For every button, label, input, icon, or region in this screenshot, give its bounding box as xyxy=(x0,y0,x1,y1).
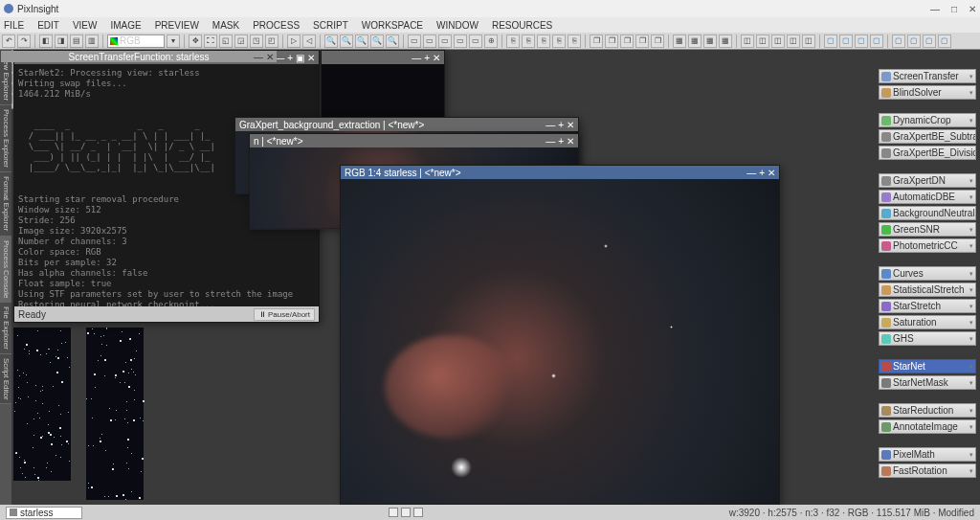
layout-button[interactable]: ▦ xyxy=(719,34,732,48)
process-icon[interactable]: Curves▾ xyxy=(879,266,976,281)
close-icon[interactable]: ✕ xyxy=(307,53,315,63)
dropdown-icon[interactable]: ▾ xyxy=(969,89,973,97)
select-button[interactable]: ▭ xyxy=(454,34,467,48)
close-icon[interactable]: ✕ xyxy=(433,53,440,63)
dropdown-icon[interactable]: ▾ xyxy=(969,379,973,387)
select-button[interactable]: ▭ xyxy=(423,34,436,48)
process-icon[interactable]: StarNetMask▾ xyxy=(879,375,976,390)
tool-button[interactable]: ◰ xyxy=(265,34,278,48)
win-button[interactable]: ❐ xyxy=(635,34,649,48)
undo-button[interactable]: ↶ xyxy=(2,34,15,48)
zoom-in-button[interactable]: 🔍 xyxy=(324,34,338,48)
process-icon[interactable]: GraXpertBE_Division▾ xyxy=(879,146,976,160)
stf-title-bar[interactable]: ScreenTransferFunction: starless —✕ xyxy=(1,51,277,62)
image-window-main[interactable]: RGB 1:4 starless | <*new*> —+✕ xyxy=(340,165,780,505)
status-icon[interactable] xyxy=(413,508,423,517)
dropdown-icon[interactable]: ▾ xyxy=(969,319,973,327)
script-button[interactable]: ⎘ xyxy=(552,34,566,48)
image-title-bar[interactable]: n | <*new*> —+✕ xyxy=(250,134,578,147)
screen-button[interactable]: ▢ xyxy=(923,34,936,48)
status-icon[interactable] xyxy=(389,508,398,517)
dropdown-icon[interactable]: ▾ xyxy=(969,177,973,185)
layout-button[interactable]: ▦ xyxy=(673,34,686,48)
minimize-icon[interactable]: — xyxy=(546,120,555,130)
flip-h-button[interactable]: ▷ xyxy=(287,34,301,48)
close-icon[interactable]: ✕ xyxy=(266,52,274,62)
image-title-bar[interactable]: GraXpert_background_extraction | <*new*>… xyxy=(235,118,578,131)
select-button[interactable]: ▭ xyxy=(408,34,421,48)
maximize-icon[interactable]: + xyxy=(287,53,293,63)
maximize-icon[interactable]: + xyxy=(759,168,765,178)
script-button[interactable]: ⎘ xyxy=(537,34,550,48)
maximize-button[interactable]: □ xyxy=(951,4,957,14)
flip-v-button[interactable]: ◁ xyxy=(302,34,316,48)
process-icon[interactable]: FastRotation▾ xyxy=(879,463,976,478)
screen-button[interactable]: ▢ xyxy=(892,34,905,48)
image-title-bar[interactable]: RGB 1:4 starless | <*new*> —+✕ xyxy=(341,166,779,179)
dropdown-icon[interactable]: ▾ xyxy=(969,193,973,201)
process-icon[interactable]: AnnotateImage▾ xyxy=(879,419,976,434)
layout-button[interactable]: ◫ xyxy=(771,34,785,48)
minimize-icon[interactable]: — xyxy=(254,52,263,62)
view-selector[interactable]: starless xyxy=(6,507,82,519)
win-button[interactable]: ❐ xyxy=(620,34,634,48)
minimize-icon[interactable]: — xyxy=(412,53,421,63)
dropdown-icon[interactable]: ▾ xyxy=(969,73,973,80)
zoom-button[interactable]: 🔍 xyxy=(355,34,368,48)
minimize-icon[interactable]: — xyxy=(546,136,555,147)
screen-button[interactable]: ▢ xyxy=(855,34,868,48)
menu-item[interactable]: FILE xyxy=(4,20,24,31)
process-icon[interactable]: StarNet▾ xyxy=(879,359,976,373)
tool-button[interactable]: ▥ xyxy=(85,34,99,48)
process-icon[interactable]: StarStretch▾ xyxy=(879,299,976,313)
menu-item[interactable]: VIEW xyxy=(73,20,98,31)
menu-item[interactable]: RESOURCES xyxy=(492,20,552,31)
dropdown-icon[interactable]: ▾ xyxy=(969,451,973,459)
process-icon[interactable]: GraXpertBE_Subtraction▾ xyxy=(879,129,976,144)
dropdown-icon[interactable]: ▾ xyxy=(969,467,973,475)
dock-tab[interactable]: Process Explorer xyxy=(0,105,11,172)
process-icon[interactable]: GraXpertDN▾ xyxy=(879,173,976,188)
screen-button[interactable]: ▢ xyxy=(824,34,837,48)
fit-tool[interactable]: ⛶ xyxy=(204,34,217,48)
thumbnail-image[interactable] xyxy=(13,328,71,481)
close-icon[interactable]: ✕ xyxy=(567,136,574,147)
maximize-icon[interactable]: + xyxy=(424,53,430,63)
zoom-out-button[interactable]: 🔍 xyxy=(340,34,353,48)
maximize-icon[interactable]: + xyxy=(558,120,564,130)
layout-button[interactable]: ◫ xyxy=(756,34,769,48)
process-icon[interactable]: ScreenTransfer▾ xyxy=(879,69,976,83)
tool-button[interactable]: ▾ xyxy=(167,34,180,48)
dropdown-icon[interactable]: ▾ xyxy=(969,407,973,415)
layout-button[interactable]: ◫ xyxy=(741,34,754,48)
tool-button[interactable]: ▤ xyxy=(70,34,83,48)
layout-button[interactable]: ◫ xyxy=(787,34,800,48)
tool-button[interactable]: ◱ xyxy=(219,34,233,48)
process-icon[interactable]: BlindSolver▾ xyxy=(879,85,976,100)
select-button[interactable]: ▭ xyxy=(438,34,452,48)
menu-item[interactable]: MASK xyxy=(212,20,239,31)
screen-button[interactable]: ▢ xyxy=(839,34,853,48)
process-icon[interactable]: BackgroundNeutralization▾ xyxy=(879,206,976,220)
move-tool[interactable]: ✥ xyxy=(189,34,202,48)
close-icon[interactable]: ✕ xyxy=(768,168,775,178)
dropdown-icon[interactable]: ▾ xyxy=(969,117,973,124)
pin-icon[interactable]: ▣ xyxy=(296,53,304,63)
dropdown-icon[interactable]: ▾ xyxy=(969,423,973,431)
script-button[interactable]: ⎘ xyxy=(568,34,581,48)
layout-button[interactable]: ▦ xyxy=(688,34,702,48)
dock-tab[interactable]: Script Editor xyxy=(0,354,11,405)
process-icon[interactable]: PixelMath▾ xyxy=(879,447,976,462)
menu-item[interactable]: SCRIPT xyxy=(313,20,348,31)
dropdown-icon[interactable]: ▾ xyxy=(969,335,973,343)
layout-button[interactable]: ▦ xyxy=(703,34,717,48)
tool-button[interactable]: ◧ xyxy=(39,34,53,48)
tool-button[interactable]: ◨ xyxy=(55,34,68,48)
dropdown-icon[interactable]: ▾ xyxy=(969,286,973,294)
menu-item[interactable]: WORKSPACE xyxy=(362,20,423,31)
pause-abort-button[interactable]: ⏸ Pause/Abort xyxy=(254,308,315,321)
dock-tab[interactable]: Format Explorer xyxy=(0,172,11,236)
process-icon[interactable]: StatisticalStretch▾ xyxy=(879,283,976,297)
close-icon[interactable]: ✕ xyxy=(567,120,574,130)
dock-tab[interactable]: File Explorer xyxy=(0,303,11,354)
